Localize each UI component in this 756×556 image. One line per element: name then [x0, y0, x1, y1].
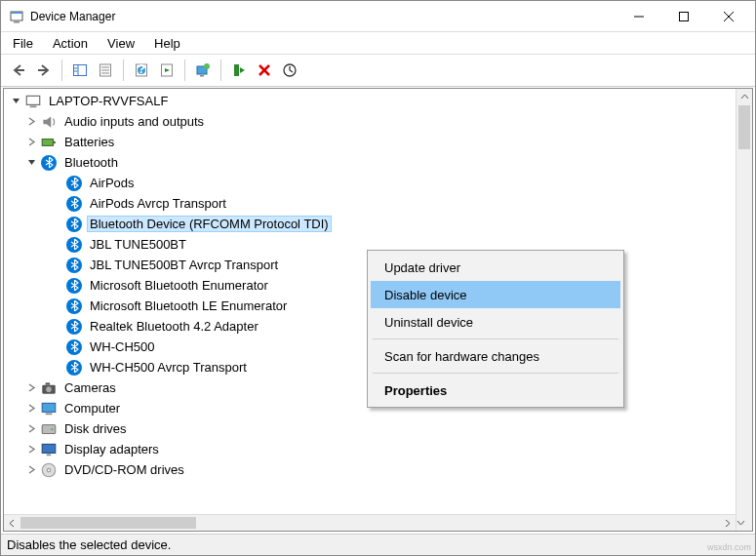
tree-label: Microsoft Bluetooth LE Enumerator: [87, 298, 290, 314]
window-title: Device Manager: [30, 10, 617, 23]
toolbar-separator: [123, 60, 124, 81]
chevron-right-icon[interactable]: [24, 381, 38, 395]
chevron-down-icon[interactable]: [24, 156, 38, 170]
svg-point-21: [204, 63, 210, 69]
bluetooth-icon: [65, 257, 83, 274]
svg-rect-2: [14, 21, 20, 23]
scroll-thumb[interactable]: [20, 517, 196, 529]
toolbar-separator: [61, 60, 62, 81]
ctx-label: Properties: [384, 383, 447, 398]
svg-point-40: [47, 468, 50, 471]
tree-label: LAPTOP-RVVFSALF: [46, 93, 171, 109]
menu-file[interactable]: File: [3, 34, 43, 53]
bluetooth-icon: [65, 298, 83, 315]
update-driver-button[interactable]: [191, 59, 215, 82]
properties-button[interactable]: [94, 59, 117, 82]
menu-help[interactable]: Help: [144, 34, 190, 53]
enable-device-button[interactable]: [227, 59, 251, 82]
maximize-button[interactable]: [661, 1, 706, 31]
ctx-separator: [373, 373, 618, 374]
chevron-down-icon[interactable]: [9, 95, 22, 108]
ctx-disable-device[interactable]: Disable device: [371, 281, 620, 308]
bluetooth-icon: [65, 195, 83, 213]
tree-category-dvd[interactable]: DVD/CD-ROM drives: [4, 459, 752, 480]
minimize-button[interactable]: [617, 1, 661, 31]
scroll-down-button[interactable]: [736, 514, 745, 531]
vertical-scrollbar[interactable]: [736, 89, 752, 531]
bluetooth-icon: [40, 154, 58, 172]
tree-category-audio[interactable]: Audio inputs and outputs: [4, 111, 752, 132]
chevron-right-icon[interactable]: [24, 422, 38, 436]
ctx-label: Uninstall device: [384, 315, 473, 330]
svg-rect-20: [200, 75, 204, 77]
scroll-right-button[interactable]: [719, 515, 736, 532]
scroll-thumb[interactable]: [738, 105, 750, 149]
chevron-right-icon[interactable]: [24, 463, 38, 477]
tree-item-selected[interactable]: Bluetooth Device (RFCOMM Protocol TDI): [4, 214, 752, 234]
status-text: Disables the selected device.: [7, 537, 171, 552]
tree-label: Computer: [61, 400, 123, 417]
tree-label: Audio inputs and outputs: [61, 113, 207, 130]
chevron-right-icon[interactable]: [24, 443, 38, 457]
scan-hardware-button[interactable]: [278, 59, 301, 82]
menu-action[interactable]: Action: [43, 34, 98, 53]
back-button[interactable]: [7, 59, 30, 82]
tree-label: JBL TUNE500BT: [87, 236, 189, 253]
toolbar-separator: [184, 60, 185, 81]
battery-icon: [40, 134, 58, 151]
tree-label: JBL TUNE500BT Avrcp Transport: [87, 257, 281, 273]
ctx-update-driver[interactable]: Update driver: [371, 254, 620, 281]
bluetooth-icon: [65, 236, 83, 254]
toolbar-separator: [220, 60, 221, 81]
tree-label: AirPods Avrcp Transport: [87, 195, 229, 212]
ctx-separator: [373, 338, 618, 339]
toolbar: ?: [1, 54, 755, 87]
svg-rect-37: [42, 444, 56, 453]
svg-rect-29: [54, 140, 56, 142]
tree-category-bluetooth[interactable]: Bluetooth: [4, 152, 752, 173]
tree-label: Bluetooth Device (RFCOMM Protocol TDI): [87, 216, 332, 232]
uninstall-button[interactable]: [253, 59, 276, 82]
tree-category-display[interactable]: Display adapters: [4, 439, 752, 459]
tree-label: WH-CH500 Avrcp Transport: [87, 359, 250, 376]
tree-category-disk[interactable]: Disk drives: [4, 418, 752, 439]
svg-rect-22: [234, 64, 239, 76]
svg-point-36: [51, 427, 53, 429]
tree-label: Batteries: [61, 134, 117, 150]
forward-button[interactable]: [32, 59, 56, 82]
bluetooth-icon: [65, 359, 83, 377]
scroll-left-button[interactable]: [4, 515, 20, 532]
svg-rect-28: [42, 139, 53, 145]
computer-icon: [40, 400, 58, 417]
help-button[interactable]: ?: [130, 59, 153, 82]
horizontal-scrollbar[interactable]: [4, 514, 736, 531]
tree-item[interactable]: AirPods: [4, 173, 752, 193]
chevron-right-icon[interactable]: [24, 402, 38, 416]
ctx-uninstall-device[interactable]: Uninstall device: [371, 308, 620, 336]
camera-icon: [40, 379, 58, 397]
show-hide-tree-button[interactable]: [68, 59, 92, 82]
tree-root[interactable]: LAPTOP-RVVFSALF: [4, 91, 752, 111]
context-menu: Update driver Disable device Uninstall d…: [367, 250, 624, 408]
svg-rect-32: [46, 382, 51, 384]
ctx-properties[interactable]: Properties: [371, 377, 620, 404]
svg-rect-26: [26, 96, 40, 104]
svg-rect-1: [11, 12, 22, 14]
bluetooth-icon: [65, 175, 83, 192]
tree-category-batteries[interactable]: Batteries: [4, 132, 752, 152]
scroll-up-button[interactable]: [736, 89, 752, 105]
close-button[interactable]: [706, 1, 751, 31]
title-bar: Device Manager: [1, 1, 755, 32]
svg-rect-7: [74, 65, 87, 76]
menu-view[interactable]: View: [98, 34, 144, 53]
svg-rect-33: [42, 403, 56, 412]
chevron-right-icon[interactable]: [24, 115, 38, 129]
tree-item[interactable]: AirPods Avrcp Transport: [4, 193, 752, 214]
action-button[interactable]: [155, 59, 179, 82]
ctx-scan-hardware[interactable]: Scan for hardware changes: [371, 342, 620, 370]
ctx-label: Update driver: [384, 260, 460, 275]
tree-label: AirPods: [87, 175, 138, 191]
bluetooth-icon: [65, 338, 83, 356]
disk-icon: [40, 420, 58, 438]
chevron-right-icon[interactable]: [24, 136, 38, 149]
